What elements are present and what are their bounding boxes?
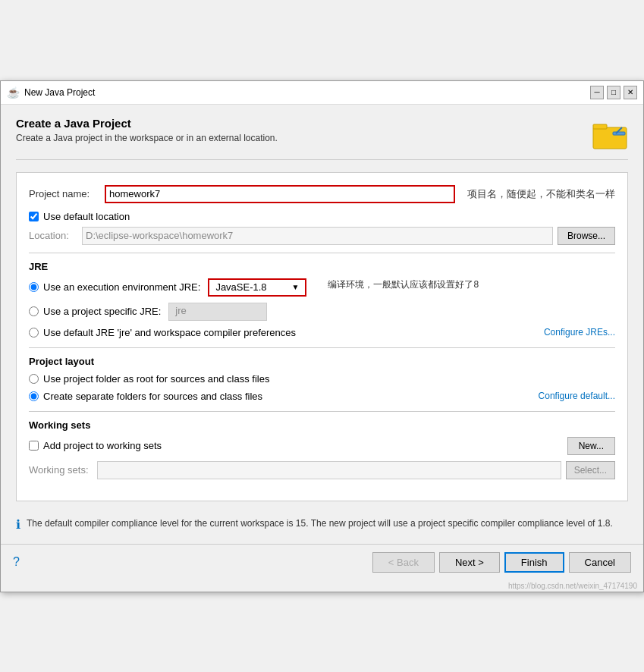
window-title: New Java Project	[24, 87, 95, 98]
title-bar: ☕ New Java Project ─ □ ✕	[1, 81, 643, 105]
bottom-buttons: < Back Next > Finish Cancel	[372, 552, 631, 573]
info-box: ℹ The default compiler compliance level …	[16, 510, 628, 532]
jre-specific-value: jre	[175, 305, 186, 316]
select-working-set-button[interactable]: Select...	[566, 461, 615, 479]
location-row: Location: Browse...	[29, 227, 615, 245]
use-default-location-label: Use default location	[43, 211, 130, 222]
layout-radio1-label: Use project folder as root for sources a…	[43, 373, 269, 385]
form-area: Project name: 项目名，随便起，不能和类名一样 Use defaul…	[16, 172, 628, 501]
title-controls: ─ □ ✕	[590, 86, 637, 99]
cancel-button[interactable]: Cancel	[569, 552, 631, 573]
finish-button[interactable]: Finish	[504, 552, 564, 573]
svg-rect-0	[593, 127, 627, 149]
jre-radio1[interactable]	[29, 282, 39, 292]
layout-radio2[interactable]	[29, 391, 39, 401]
configure-default-link[interactable]: Configure default...	[539, 391, 615, 401]
header-divider	[16, 159, 628, 160]
info-text: The default compiler compliance level fo…	[27, 517, 613, 530]
jre-section: JRE Use an execution environment JRE: Ja…	[29, 253, 615, 338]
location-label: Location:	[29, 230, 82, 241]
wizard-header-text: Create a Java Project Create a Java proj…	[16, 117, 278, 143]
layout-radio1[interactable]	[29, 374, 39, 384]
dropdown-arrow-icon: ▼	[291, 283, 299, 291]
jre-section-label: JRE	[29, 261, 615, 272]
project-name-row: Project name: 项目名，随便起，不能和类名一样	[29, 185, 615, 203]
add-working-sets-checkbox[interactable]	[29, 441, 39, 451]
wizard-header: Create a Java Project Create a Java proj…	[16, 117, 628, 153]
working-sets-combo[interactable]	[97, 461, 561, 479]
wizard-folder-icon	[592, 117, 628, 153]
add-working-sets-row: Add project to working sets New...	[29, 437, 615, 455]
project-name-annotation: 项目名，随便起，不能和类名一样	[467, 187, 615, 201]
dialog-content: Create a Java Project Create a Java proj…	[1, 105, 643, 544]
jre-radio3-row: Use default JRE 'jre' and workspace comp…	[29, 327, 615, 338]
jre-radio2-row: Use a project specific JRE: jre	[29, 303, 615, 321]
jre-radio1-row: Use an execution environment JRE: JavaSE…	[29, 278, 615, 297]
jre-specific-dropdown[interactable]: jre	[168, 303, 267, 321]
dialog-window: ☕ New Java Project ─ □ ✕ Create a Java P…	[0, 80, 644, 592]
jre-annotation: 编译环境，一般默认应该都设置好了8	[328, 278, 479, 291]
jre-radio2[interactable]	[29, 306, 39, 316]
jre-dropdown-value: JavaSE-1.8	[215, 281, 266, 293]
project-layout-label: Project layout	[29, 356, 615, 367]
jre-radio1-label: Use an execution environment JRE:	[43, 281, 200, 293]
help-icon[interactable]: ?	[13, 555, 20, 569]
wizard-heading: Create a Java Project	[16, 117, 278, 130]
jre-radio3[interactable]	[29, 328, 39, 338]
info-icon: ℹ	[16, 517, 20, 532]
project-name-input[interactable]	[105, 185, 455, 203]
watermark: https://blog.csdn.net/weixin_47174190	[1, 580, 643, 592]
back-button[interactable]: < Back	[372, 552, 435, 573]
jre-environment-dropdown[interactable]: JavaSE-1.8 ▼	[208, 278, 306, 297]
add-working-sets-label: Add project to working sets	[43, 440, 567, 451]
close-button[interactable]: ✕	[624, 86, 637, 99]
working-sets-label: Working sets	[29, 419, 615, 431]
working-sets-label2: Working sets:	[29, 464, 97, 476]
layout-radio2-label: Create separate folders for sources and …	[43, 391, 539, 402]
jre-radio2-label: Use a project specific JRE:	[43, 306, 161, 317]
next-button[interactable]: Next >	[439, 552, 500, 573]
location-input[interactable]	[82, 227, 553, 245]
browse-button[interactable]: Browse...	[558, 227, 615, 245]
use-default-location-checkbox[interactable]	[29, 212, 39, 221]
svg-rect-1	[593, 124, 607, 129]
layout-radio2-row: Create separate folders for sources and …	[29, 391, 615, 402]
minimize-button[interactable]: ─	[590, 86, 604, 99]
working-sets-section: Working sets Add project to working sets…	[29, 411, 615, 479]
use-default-location-row: Use default location	[29, 211, 615, 222]
project-name-label: Project name:	[29, 188, 105, 199]
window-icon: ☕	[7, 86, 20, 99]
maximize-button[interactable]: □	[607, 86, 620, 99]
new-working-set-button[interactable]: New...	[567, 437, 615, 455]
wizard-description: Create a Java project in the workspace o…	[16, 133, 278, 143]
svg-rect-2	[613, 132, 625, 135]
configure-jres-link[interactable]: Configure JREs...	[544, 327, 615, 338]
project-layout-section: Project layout Use project folder as roo…	[29, 347, 615, 402]
jre-radio3-label: Use default JRE 'jre' and workspace comp…	[43, 327, 544, 338]
layout-radio1-row: Use project folder as root for sources a…	[29, 373, 615, 385]
bottom-bar: ? < Back Next > Finish Cancel	[1, 544, 643, 580]
working-sets-select-row: Working sets: Select...	[29, 461, 615, 479]
